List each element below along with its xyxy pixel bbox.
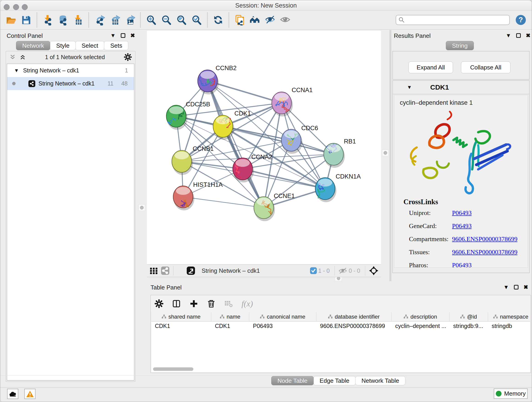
- search-box[interactable]: [396, 15, 510, 25]
- table-box: f(x) shared name name canonical name dat…: [151, 295, 531, 373]
- import-table-button[interactable]: [72, 13, 84, 26]
- crosslink-link[interactable]: P06493: [452, 262, 472, 268]
- selected-checkbox-icon[interactable]: [310, 267, 317, 274]
- tab-style[interactable]: Style: [50, 41, 76, 50]
- open-session-button[interactable]: [5, 13, 17, 26]
- node-label: CCNE1: [274, 192, 295, 199]
- network-collection-row[interactable]: ▼ String Network – cdk1 1: [7, 64, 134, 77]
- network-options-gear-icon[interactable]: [124, 53, 132, 61]
- gene-description: cyclin–dependent kinase 1: [400, 99, 473, 106]
- tab-network-table[interactable]: Network Table: [355, 376, 405, 385]
- network-canvas[interactable]: CCNB2CCNA1CDC25BCDK1CDC6RB1CCNB1CCNA2CDK…: [147, 31, 381, 264]
- column-header-namespace[interactable]: namespace: [488, 312, 530, 321]
- node-label: CDK1: [234, 110, 251, 117]
- tab-edge-table[interactable]: Edge Table: [313, 376, 355, 385]
- search-icon: [399, 17, 405, 23]
- node-table[interactable]: shared name name canonical name database…: [151, 312, 530, 372]
- memory-label: Memory: [504, 390, 526, 397]
- table-close-icon[interactable]: ✖: [524, 284, 528, 290]
- import-network-button[interactable]: [41, 13, 54, 26]
- zoom-out-button[interactable]: [160, 13, 172, 26]
- network-node-HIST1H1A[interactable]: HIST1H1A: [173, 181, 223, 211]
- clone-network-button[interactable]: [234, 13, 246, 26]
- column-header-@id[interactable]: @id: [450, 312, 488, 321]
- show-columns-icon[interactable]: [172, 299, 181, 308]
- tab-network[interactable]: Network: [16, 41, 50, 50]
- export-network-button[interactable]: [93, 13, 106, 26]
- expand-all-button[interactable]: Expand All: [409, 61, 453, 73]
- gene-body: cyclin–dependent kinase 1: [394, 95, 528, 268]
- column-header-description[interactable]: description: [392, 312, 450, 321]
- network-view-icon[interactable]: [161, 266, 170, 275]
- tab-select[interactable]: Select: [75, 41, 104, 50]
- network-list-subheader: 1 of 1 Network selected: [6, 51, 135, 63]
- collapse-all-button[interactable]: Collapse All: [461, 61, 510, 73]
- tab-sets[interactable]: Sets: [104, 41, 128, 50]
- hide-selected-button[interactable]: [264, 13, 276, 26]
- save-session-button[interactable]: [20, 13, 32, 26]
- table-options-gear-icon[interactable]: [154, 299, 164, 308]
- float-panel-icon[interactable]: [121, 33, 125, 38]
- crosslink-row: Tissues: 9606.ENSP00000378699: [409, 249, 528, 256]
- table-menu-icon[interactable]: ▼: [503, 284, 509, 290]
- hidden-counts: 0 - 0: [349, 268, 360, 274]
- panel-menu-icon[interactable]: ▼: [110, 33, 116, 38]
- crosslink-link[interactable]: P06493: [452, 222, 472, 230]
- network-edge[interactable]: [208, 81, 264, 208]
- home-layouts-button[interactable]: [249, 13, 261, 26]
- toolbar-separator: [89, 12, 89, 27]
- crosslink-link[interactable]: 9606.ENSP00000378699: [452, 235, 517, 242]
- crosslink-link[interactable]: P06493: [452, 209, 472, 216]
- export-table-button[interactable]: [108, 13, 121, 26]
- birdseye-navigator-icon[interactable]: [369, 266, 379, 276]
- results-close-icon[interactable]: ✖: [526, 33, 530, 38]
- delete-column-icon[interactable]: [207, 299, 216, 308]
- help-button[interactable]: ?: [516, 15, 526, 25]
- open-in-new-window-icon[interactable]: [186, 266, 196, 275]
- tab-node-table[interactable]: Node Table: [271, 376, 314, 385]
- search-input[interactable]: [407, 17, 507, 23]
- collapse-all-networks-icon[interactable]: [9, 54, 16, 61]
- network-node-CDKN1A[interactable]: CDKN1A: [315, 173, 361, 202]
- expand-all-networks-icon[interactable]: [19, 54, 26, 61]
- close-panel-icon[interactable]: ✖: [130, 33, 135, 38]
- import-database-button[interactable]: [57, 13, 69, 26]
- network-node-CCNE1[interactable]: CCNE1: [254, 192, 295, 221]
- network-edge[interactable]: [183, 197, 264, 208]
- collection-collapse-icon[interactable]: ▼: [14, 68, 19, 74]
- network-graph[interactable]: CCNB2CCNA1CDC25BCDK1CDC6RB1CCNB1CCNA2CDK…: [147, 31, 381, 264]
- table-hscroll-thumb[interactable]: [153, 367, 193, 371]
- column-header-canonical-name[interactable]: canonical name: [249, 312, 317, 321]
- tab-string[interactable]: String: [446, 41, 474, 50]
- results-float-icon[interactable]: [516, 33, 521, 38]
- table-float-icon[interactable]: [514, 285, 519, 289]
- table-row[interactable]: CDK1CDK1P064939606.ENSP00000378699cyclin…: [151, 322, 530, 331]
- export-image-button[interactable]: [123, 13, 136, 26]
- column-header-shared-name[interactable]: shared name: [151, 312, 211, 321]
- gene-collapse-icon[interactable]: ▼: [407, 84, 412, 90]
- grid-view-icon[interactable]: [149, 266, 158, 275]
- node-label: RB1: [344, 138, 356, 145]
- right-splitter-handle[interactable]: [382, 150, 389, 156]
- results-menu-icon[interactable]: ▼: [506, 33, 511, 38]
- network-node-CCNA1[interactable]: CCNA1: [272, 87, 313, 116]
- show-all-button[interactable]: [279, 13, 291, 26]
- network-edge[interactable]: [243, 169, 325, 189]
- zoom-in-button[interactable]: [145, 13, 157, 26]
- zoom-fit-button[interactable]: [175, 13, 188, 26]
- collection-count: 1: [125, 67, 128, 74]
- network-node-RB1[interactable]: RB1: [324, 138, 356, 168]
- gene-header[interactable]: ▼ CDK1: [393, 81, 529, 94]
- left-splitter-handle[interactable]: [139, 204, 145, 211]
- cloud-status-button[interactable]: [7, 389, 18, 399]
- refresh-button[interactable]: [212, 13, 224, 26]
- function-builder-icon: f(x): [241, 299, 253, 308]
- memory-button[interactable]: Memory: [494, 389, 528, 399]
- column-header-name[interactable]: name: [211, 312, 249, 321]
- zoom-selected-button[interactable]: [190, 13, 203, 26]
- warning-status-button[interactable]: [24, 389, 36, 399]
- create-column-icon[interactable]: [189, 299, 198, 308]
- network-row-selected[interactable]: String Network – cdk1 11 48: [7, 77, 134, 90]
- crosslink-link[interactable]: 9606.ENSP00000378699: [452, 249, 517, 255]
- column-header-database-identifier[interactable]: database identifier: [317, 312, 392, 321]
